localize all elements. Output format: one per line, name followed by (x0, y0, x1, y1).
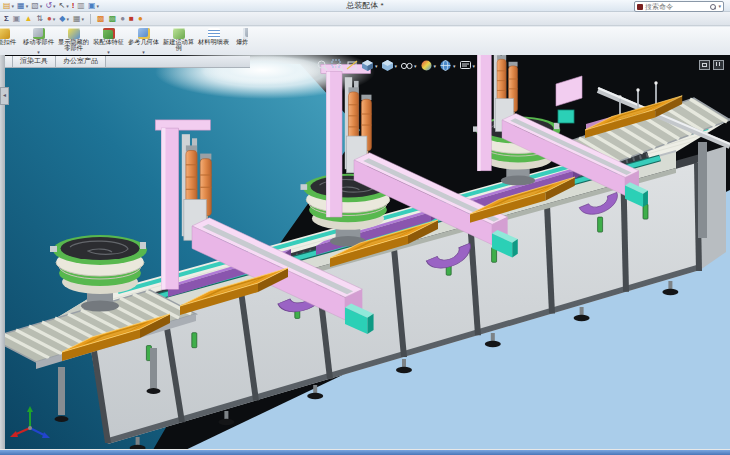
featuremanager-splitter[interactable] (0, 55, 5, 450)
tile-window-button[interactable] (713, 60, 724, 70)
graphics-viewport[interactable]: 评估 渲染工具 办公室产品 ▾ ▾ ▾ ▾ ▾ ▾ ◂ (0, 55, 730, 450)
equations-icon[interactable]: Σ (4, 14, 9, 23)
select-icon[interactable]: ↖ (58, 1, 68, 11)
photoview-preview-icon[interactable]: ▩ (97, 14, 105, 23)
edit-appearance-icon[interactable] (420, 59, 433, 72)
edit-appearance-icon[interactable]: ● (47, 14, 55, 24)
tab-render-tools[interactable]: 渲染工具 (13, 56, 56, 67)
quick-access-toolbar: ▤ ▦ ▧ ↺ ↖ ! ▥ ▣ (0, 1, 99, 11)
solidworks-icon (637, 4, 643, 10)
search-caret-icon[interactable]: ▾ (718, 2, 721, 11)
featuremanager-expand-arrow[interactable]: ◂ (0, 87, 9, 105)
interference-check-icon[interactable]: ▲ (24, 14, 32, 23)
tab-office-products[interactable]: 办公室产品 (56, 56, 106, 67)
search-icon[interactable] (710, 4, 716, 10)
toolbar-separator (90, 14, 91, 24)
apply-scene-icon[interactable] (439, 59, 452, 72)
heads-up-view-toolbar: ▾ ▾ ▾ ▾ ▾ ▾ (316, 58, 476, 73)
align-icon[interactable]: ⇅ (36, 14, 43, 23)
search-input[interactable] (645, 3, 708, 11)
view-settings-icon[interactable] (459, 59, 472, 72)
section-view-icon[interactable] (346, 59, 359, 72)
command-manager: 智能扣件 移动零部件 显示隐藏的零部件 装配体特征 参考几何体 新建运动算例 材… (0, 27, 730, 56)
smart-fasteners-button[interactable]: 智能扣件 (0, 27, 21, 54)
restore-window-button[interactable] (699, 60, 710, 70)
view-orientation-icon[interactable] (361, 59, 374, 72)
assembly-features-button[interactable]: 装配体特征 (91, 27, 126, 54)
document-title: 总装配体 * (0, 0, 730, 11)
render-options-icon[interactable]: ● (138, 14, 143, 23)
window-icon[interactable]: ▣ (88, 1, 99, 11)
schedule-render-icon[interactable]: ● (120, 14, 125, 23)
viewport-3d-canvas[interactable] (0, 55, 730, 450)
hide-show-items-icon[interactable] (400, 59, 413, 72)
taskbar-edge[interactable] (0, 449, 730, 455)
file-properties-icon[interactable]: ▥ (77, 1, 85, 10)
integrated-preview-icon[interactable]: ▩ (109, 14, 117, 23)
move-component-button[interactable]: 移动零部件 (21, 27, 56, 54)
show-hidden-components-button[interactable]: 显示隐藏的零部件 (56, 27, 91, 54)
document-window-controls (699, 60, 724, 70)
display-style-icon[interactable] (381, 59, 394, 72)
open-icon[interactable]: ▤ (3, 1, 14, 11)
title-bar: ▤ ▦ ▧ ↺ ↖ ! ▥ ▣ 总装配体 * ▾ (0, 0, 730, 12)
save-icon[interactable]: ▦ (17, 1, 28, 11)
command-manager-tabs: 评估 渲染工具 办公室产品 (0, 56, 250, 68)
rebuild-icon[interactable]: ! (72, 1, 75, 10)
take-snapshot-icon[interactable]: ▣ (13, 14, 21, 23)
bill-of-materials-button[interactable]: 材料明细表 (196, 27, 231, 54)
zoom-fit-icon[interactable] (316, 59, 329, 72)
camera-view-icon[interactable]: ▦ (73, 14, 84, 24)
undo-icon[interactable]: ↺ (45, 1, 55, 11)
assembly-visualization-icon[interactable]: ◆ (59, 14, 69, 24)
zoom-area-icon[interactable] (331, 59, 344, 72)
new-motion-study-button[interactable]: 新建运动算例 (161, 27, 196, 54)
search-box[interactable]: ▾ (634, 1, 724, 12)
exploded-view-button[interactable]: 爆炸视图 (231, 27, 248, 54)
print-icon[interactable]: ▧ (31, 1, 42, 11)
tools-toolbar: Σ ▣ ▲ ⇅ ● ◆ ▦ ▩ ▩ ● ■ ● (0, 12, 730, 26)
edit-decal-icon[interactable]: ■ (129, 14, 134, 23)
reference-geometry-button[interactable]: 参考几何体 (126, 27, 161, 54)
